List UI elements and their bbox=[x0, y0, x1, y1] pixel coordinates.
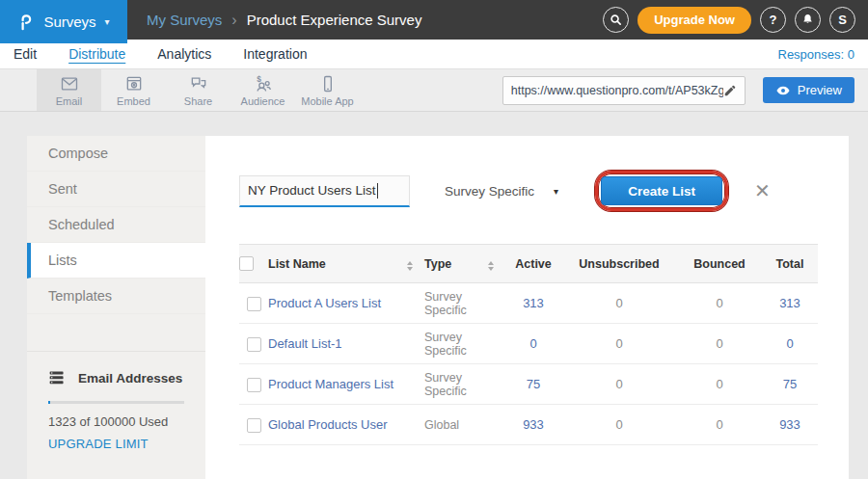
total-count-link[interactable]: 313 bbox=[762, 283, 818, 324]
preview-button[interactable]: Preview bbox=[763, 77, 854, 103]
list-name-link[interactable]: Default List-1 bbox=[268, 324, 424, 364]
table-header-row: List Name Type Active Unsubscribed Bounc… bbox=[239, 245, 818, 283]
list-type: Global bbox=[424, 405, 505, 445]
quota-progress-fill bbox=[48, 401, 50, 404]
survey-url-box bbox=[502, 76, 746, 105]
active-count-link[interactable]: 0 bbox=[505, 324, 561, 364]
upgrade-limit-link[interactable]: UPGRADE LIMIT bbox=[48, 437, 184, 451]
channel-label: Embed bbox=[117, 95, 150, 107]
unsubscribed-count: 0 bbox=[561, 364, 677, 405]
breadcrumb: My Surveys › Product Experience Survey bbox=[147, 12, 421, 29]
bounced-count: 0 bbox=[677, 283, 762, 324]
sidebar-item-sent[interactable]: Sent bbox=[27, 172, 205, 207]
mobile-phone-icon bbox=[318, 74, 338, 93]
bell-icon bbox=[800, 13, 815, 27]
preview-label: Preview bbox=[798, 83, 842, 97]
questionpro-logo-icon bbox=[17, 12, 35, 33]
email-quota-section: Email Addresses 1323 of 100000 Used UPGR… bbox=[27, 351, 205, 451]
help-button[interactable]: ? bbox=[760, 7, 786, 33]
chevron-down-icon: ▾ bbox=[554, 186, 558, 197]
channel-label: Mobile App bbox=[301, 95, 353, 107]
active-count-link[interactable]: 933 bbox=[505, 405, 561, 445]
sort-icon[interactable] bbox=[407, 261, 413, 271]
email-sidebar: Compose Sent Scheduled Lists Templates E… bbox=[27, 136, 205, 479]
tab-edit[interactable]: Edit bbox=[14, 46, 37, 62]
row-checkbox[interactable] bbox=[247, 337, 261, 352]
responses-count-link[interactable]: Responses: 0 bbox=[778, 47, 855, 62]
sidebar-item-scheduled[interactable]: Scheduled bbox=[27, 207, 205, 243]
tab-distribute[interactable]: Distribute bbox=[68, 46, 125, 62]
list-type: Survey Specific bbox=[424, 364, 505, 405]
list-name-link[interactable]: Product Managers List bbox=[268, 364, 424, 405]
channel-label: Audience bbox=[241, 95, 285, 107]
tab-analytics[interactable]: Analytics bbox=[157, 46, 211, 62]
channel-share[interactable]: Share bbox=[166, 69, 231, 111]
list-name-input[interactable]: NY Product Users List bbox=[239, 175, 410, 207]
tab-integration[interactable]: Integration bbox=[243, 46, 307, 62]
avatar-initial: S bbox=[838, 13, 847, 27]
active-count-link[interactable]: 313 bbox=[505, 283, 561, 324]
search-button[interactable] bbox=[603, 7, 629, 33]
eye-icon bbox=[775, 83, 791, 98]
annotation-highlight-ring: Create List bbox=[595, 171, 728, 211]
svg-text:$: $ bbox=[257, 74, 261, 84]
list-name-link[interactable]: Global Products User bbox=[268, 405, 424, 445]
app-menu-surveys[interactable]: Surveys ▾ bbox=[0, 0, 127, 43]
channel-audience[interactable]: $ Audience bbox=[231, 69, 295, 111]
bounced-count: 0 bbox=[677, 364, 762, 405]
channel-embed[interactable]: Embed bbox=[101, 69, 166, 111]
edit-pencil-icon[interactable] bbox=[723, 84, 737, 97]
create-list-button[interactable]: Create List bbox=[601, 176, 722, 205]
active-count-link[interactable]: 75 bbox=[505, 364, 561, 405]
address-list-icon bbox=[48, 369, 66, 386]
email-lists-table: List Name Type Active Unsubscribed Bounc… bbox=[239, 244, 818, 445]
channel-mobile-app[interactable]: Mobile App bbox=[295, 69, 360, 111]
channel-email[interactable]: Email bbox=[37, 69, 101, 111]
header-unsubscribed: Unsubscribed bbox=[561, 245, 677, 283]
select-all-checkbox[interactable] bbox=[239, 256, 254, 271]
page-title: Product Experience Survey bbox=[247, 12, 422, 28]
app-menu-label: Surveys bbox=[43, 13, 95, 30]
upgrade-now-button[interactable]: Upgrade Now bbox=[637, 7, 751, 34]
sidebar-item-lists[interactable]: Lists bbox=[27, 243, 205, 279]
table-row: Product Managers List Survey Specific 75… bbox=[239, 364, 818, 405]
bounced-count: 0 bbox=[677, 405, 762, 445]
account-avatar[interactable]: S bbox=[829, 7, 855, 33]
list-type-dropdown[interactable]: Survey Specific ▾ bbox=[445, 184, 558, 199]
total-count-link[interactable]: 933 bbox=[762, 405, 818, 445]
sort-icon[interactable] bbox=[488, 261, 494, 271]
main-area: Compose Sent Scheduled Lists Templates E… bbox=[0, 112, 868, 479]
table-row: Global Products User Global 933 0 0 933 bbox=[239, 405, 818, 445]
header-type[interactable]: Type bbox=[424, 245, 505, 283]
breadcrumb-chevron-icon: › bbox=[231, 12, 236, 29]
quota-progress-bar bbox=[48, 401, 184, 404]
embed-window-icon bbox=[124, 74, 144, 93]
top-bar: Surveys ▾ My Surveys › Product Experienc… bbox=[0, 0, 868, 40]
list-type: Survey Specific bbox=[424, 283, 505, 324]
sidebar-item-compose[interactable]: Compose bbox=[27, 136, 205, 172]
list-name-link[interactable]: Product A Users List bbox=[268, 283, 424, 324]
close-icon[interactable]: ✕ bbox=[754, 181, 771, 200]
total-count-link[interactable]: 0 bbox=[762, 324, 818, 364]
table-row: Product A Users List Survey Specific 313… bbox=[239, 283, 818, 324]
row-checkbox[interactable] bbox=[247, 418, 261, 433]
list-name-value: NY Product Users List bbox=[248, 183, 376, 198]
audience-dollar-icon: $ bbox=[254, 74, 273, 93]
chevron-down-icon: ▾ bbox=[105, 16, 110, 27]
toolbar-right: Preview bbox=[502, 69, 868, 111]
survey-url-input[interactable] bbox=[511, 84, 723, 97]
breadcrumb-my-surveys[interactable]: My Surveys bbox=[147, 12, 222, 28]
topbar-actions: Upgrade Now ? S bbox=[603, 7, 868, 34]
bounced-count: 0 bbox=[677, 324, 762, 364]
header-list-name[interactable]: List Name bbox=[268, 245, 424, 283]
header-bounced: Bounced bbox=[677, 245, 762, 283]
unsubscribed-count: 0 bbox=[561, 324, 677, 364]
table-row: Default List-1 Survey Specific 0 0 0 0 bbox=[239, 324, 818, 364]
channel-label: Email bbox=[56, 95, 83, 107]
total-count-link[interactable]: 75 bbox=[762, 364, 818, 405]
row-checkbox[interactable] bbox=[247, 378, 261, 392]
row-checkbox[interactable] bbox=[247, 297, 261, 311]
sidebar-item-templates[interactable]: Templates bbox=[27, 279, 205, 314]
create-list-row: NY Product Users List Survey Specific ▾ … bbox=[239, 174, 849, 207]
notifications-button[interactable] bbox=[795, 7, 821, 33]
